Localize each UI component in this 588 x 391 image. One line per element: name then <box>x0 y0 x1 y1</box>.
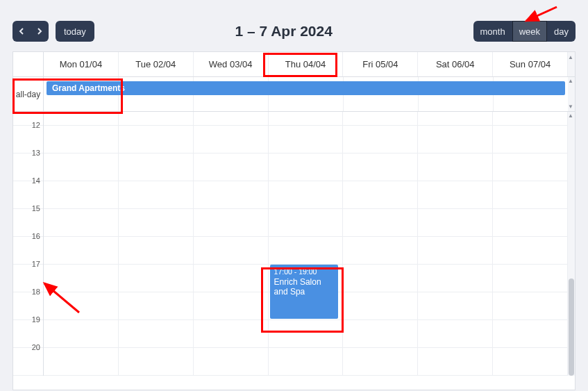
calendar-toolbar: today 1 – 7 Apr 2024 month week day <box>12 0 576 51</box>
day-body-sat[interactable] <box>418 112 493 376</box>
date-range-title: 1 – 7 Apr 2024 <box>235 23 332 40</box>
time-gutter: 12 13 14 15 16 17 18 19 20 <box>13 112 44 376</box>
allday-label: all-day <box>13 77 44 111</box>
day-header-tue[interactable]: Tue 02/04 <box>119 52 194 76</box>
scroll-down-icon: ▼ <box>568 104 573 110</box>
allday-row: all-day Grand Apartments ▲ ▼ <box>13 77 575 112</box>
event-title: Enrich Salon and Spa <box>274 277 321 297</box>
hour-label: 16 <box>32 232 40 240</box>
header-scroll-gutter: ▲ <box>568 52 575 76</box>
day-body-fri[interactable] <box>343 112 418 376</box>
hour-label: 19 <box>32 315 40 324</box>
header-gutter <box>13 52 44 76</box>
allday-event[interactable]: Grand Apartments <box>47 81 565 95</box>
today-button[interactable]: today <box>56 21 94 42</box>
day-header-wed[interactable]: Wed 03/04 <box>194 52 269 76</box>
day-header-row: Mon 01/04 Tue 02/04 Wed 03/04 Thu 04/04 … <box>13 52 575 77</box>
grid-scrollbar[interactable]: ▲ <box>568 112 575 376</box>
day-header-sun[interactable]: Sun 07/04 <box>493 52 568 76</box>
chevron-right-icon <box>37 28 42 35</box>
timed-event[interactable]: 17:00 - 19:00 Enrich Salon and Spa <box>270 265 339 319</box>
time-grid: 12 13 14 15 16 17 18 19 20 <box>13 112 575 390</box>
allday-body[interactable]: Grand Apartments <box>44 77 568 111</box>
event-time: 17:00 - 19:00 <box>274 267 335 276</box>
day-body-tue[interactable] <box>119 112 194 376</box>
scrollbar-thumb[interactable] <box>569 278 574 376</box>
view-day-button[interactable]: day <box>547 21 576 42</box>
prev-button[interactable] <box>12 21 31 42</box>
view-switch: month week day <box>473 21 576 42</box>
hour-label: 17 <box>32 260 40 268</box>
next-button[interactable] <box>31 21 49 42</box>
day-body-wed[interactable] <box>194 112 269 376</box>
chevron-left-icon <box>19 28 24 35</box>
day-header-sat[interactable]: Sat 06/04 <box>418 52 493 76</box>
day-body-thu[interactable]: 17:00 - 19:00 Enrich Salon and Spa <box>269 112 344 376</box>
day-header-mon[interactable]: Mon 01/04 <box>44 52 119 76</box>
day-body-mon[interactable] <box>44 112 119 376</box>
hour-label: 14 <box>32 176 40 185</box>
allday-scroll-gutter: ▲ ▼ <box>568 77 575 111</box>
nav-button-group <box>12 21 49 42</box>
scroll-up-icon: ▲ <box>568 55 573 60</box>
view-month-button[interactable]: month <box>473 21 512 42</box>
hour-label: 15 <box>32 204 40 213</box>
day-header-fri[interactable]: Fri 05/04 <box>343 52 418 76</box>
scroll-up-icon: ▲ <box>568 113 573 119</box>
calendar-widget: Mon 01/04 Tue 02/04 Wed 03/04 Thu 04/04 … <box>12 51 576 390</box>
hour-label: 13 <box>32 149 40 157</box>
hour-label: 12 <box>32 121 40 129</box>
scroll-up-icon: ▲ <box>568 78 573 84</box>
view-week-button[interactable]: week <box>512 21 547 42</box>
hour-label: 20 <box>32 343 40 351</box>
day-header-thu[interactable]: Thu 04/04 <box>269 52 344 76</box>
hour-label: 18 <box>32 288 40 296</box>
day-body-sun[interactable] <box>493 112 568 376</box>
